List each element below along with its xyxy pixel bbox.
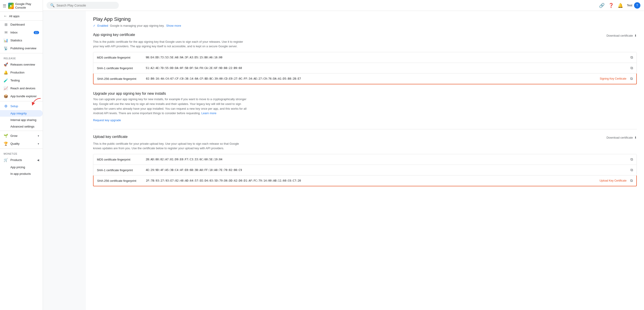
- sidebar-item-setup[interactable]: ⚙ Setup: [0, 102, 43, 110]
- upload-md5-row: MD5 certificate fingerprint 2B:AD:88:02:…: [93, 154, 636, 165]
- upload-key-section: Upload key certificate Download certific…: [93, 135, 637, 186]
- section-divider: [93, 129, 637, 129]
- search-input[interactable]: [56, 4, 115, 7]
- help-icon[interactable]: ❓: [608, 3, 614, 8]
- upload-sha256-label: SHA-256 certificate fingerprint: [97, 179, 142, 182]
- bundle-label: App bundle explorer: [10, 95, 36, 98]
- products-expand-icon: ◀: [37, 159, 39, 162]
- show-more-link[interactable]: Show more: [166, 24, 181, 27]
- signing-md5-label: MD5 certificate fingerprint: [97, 56, 142, 59]
- grow-label: Grow: [10, 134, 18, 137]
- signing-sha256-row: SHA-256 certificate fingerprint 02:B0:16…: [93, 74, 637, 84]
- page-title: Play App Signing: [93, 16, 637, 22]
- sidebar-item-in-app-products[interactable]: In-app products: [0, 170, 43, 177]
- learn-more-link[interactable]: Learn more: [202, 112, 216, 115]
- signing-sha1-copy-icon[interactable]: ⧉: [630, 66, 633, 70]
- sidebar-item-grow[interactable]: 🌱 Grow ▾: [0, 132, 43, 140]
- upgrade-desc: You can upgrade your app signing key for…: [93, 97, 247, 116]
- statistics-icon: 📊: [4, 38, 8, 43]
- back-arrow-icon: ←: [4, 14, 7, 18]
- download-signing-cert-icon: ⬇: [634, 34, 637, 37]
- app-pricing-label: App pricing: [10, 166, 25, 169]
- download-upload-cert-icon: ⬇: [634, 136, 637, 139]
- bundle-icon: 📦: [4, 94, 8, 98]
- signing-sha256-copy-icon[interactable]: ⧉: [630, 77, 633, 81]
- dashboard-icon: ⊞: [4, 22, 8, 27]
- main-content: Play App Signing ✓ Enabled Google is man…: [86, 11, 644, 310]
- sidebar: ☰ ▶ Google Play Console ← All apps ⊞ Das…: [0, 0, 43, 310]
- sidebar-item-internal-sharing[interactable]: Internal app sharing: [0, 117, 43, 123]
- sidebar-item-app-integrity[interactable]: App integrity: [0, 110, 43, 117]
- sidebar-header: ☰ ▶ Google Play Console: [0, 0, 43, 12]
- reach-label: Reach and devices: [10, 87, 36, 90]
- upload-sha256-row: SHA-256 certificate fingerprint 2F:7B:93…: [93, 175, 637, 186]
- sidebar-item-advanced-settings[interactable]: Advanced settings: [0, 123, 43, 130]
- upload-sha1-copy-icon[interactable]: ⧉: [630, 168, 633, 172]
- upload-cert-title: Upload key certificate: [93, 135, 128, 139]
- download-upload-cert-button[interactable]: Download certificate ⬇: [606, 136, 637, 139]
- upload-sha1-label: SHA-1 certificate fingerprint: [97, 168, 142, 172]
- internal-sharing-label: Internal app sharing: [10, 118, 36, 122]
- sidebar-item-publishing[interactable]: 📡 Publishing overview: [0, 44, 43, 52]
- upload-sha256-value: 2F:7B:93:27:93:E7:82:48:AD:64:57:EE:D4:0…: [146, 179, 596, 182]
- sidebar-item-products[interactable]: 🛒 Products ◀: [0, 156, 43, 164]
- signing-md5-copy-icon[interactable]: ⧉: [630, 55, 633, 60]
- advanced-settings-label: Advanced settings: [10, 125, 34, 128]
- in-app-products-label: In-app products: [10, 172, 31, 175]
- signing-cert-title: App signing key certificate: [93, 33, 135, 37]
- testing-label: Testing: [10, 79, 20, 82]
- signing-sha1-row: SHA-1 certificate fingerprint 51:A2:4E:7…: [93, 63, 636, 73]
- sidebar-item-production[interactable]: 🔔 Production: [0, 69, 43, 76]
- upload-cert-header: Upload key certificate Download certific…: [93, 135, 637, 140]
- link-icon[interactable]: 🔗: [599, 3, 605, 8]
- upgrade-title: Upgrade your app signing key for new ins…: [93, 92, 637, 96]
- download-upload-cert-label: Download certificate: [606, 136, 633, 139]
- upload-sha1-row: SHA-1 certificate fingerprint 4E:29:9D:4…: [93, 165, 636, 175]
- status-enabled: Enabled: [97, 24, 108, 27]
- signing-md5-row: MD5 certificate fingerprint 9B:E4:DD:73:…: [93, 52, 636, 63]
- upload-key-tag: Upload Key Certificate: [600, 179, 626, 182]
- quality-icon: 🏆: [4, 142, 8, 146]
- sidebar-item-app-pricing[interactable]: App pricing: [0, 164, 43, 170]
- setup-icon: ⚙: [4, 104, 8, 108]
- status-desc: Google is managing your app signing key.: [110, 24, 164, 27]
- setup-label: Setup: [10, 105, 18, 108]
- signing-sha256-label: SHA-256 certificate fingerprint: [97, 77, 142, 81]
- release-section-label: Release: [0, 54, 43, 61]
- download-signing-cert-label: Download certificate: [606, 34, 633, 37]
- sidebar-item-dashboard[interactable]: ⊞ Dashboard: [0, 21, 43, 29]
- statistics-label: Statistics: [10, 39, 22, 42]
- upload-cert-desc: This is the public certificate for your …: [93, 142, 247, 150]
- upload-sha1-value: 4E:29:9D:4F:A5:3B:C4:4F:E0:6B:3B:A8:FF:1…: [146, 168, 627, 172]
- upload-fingerprint-group: MD5 certificate fingerprint 2B:AD:88:02:…: [93, 154, 637, 175]
- upload-md5-value: 2B:AD:88:02:A7:81:D9:E0:F7:C3:33:6C:60:5…: [146, 158, 627, 161]
- upload-md5-label: MD5 certificate fingerprint: [97, 158, 142, 161]
- monetize-section-label: Monetize: [0, 150, 43, 156]
- search-bar[interactable]: 🔍: [46, 2, 119, 9]
- sidebar-item-reach[interactable]: 📈 Reach and devices: [0, 84, 43, 92]
- grow-expand-icon: ▾: [38, 134, 39, 137]
- request-upgrade-link[interactable]: Request key upgrade: [93, 119, 637, 122]
- menu-icon[interactable]: ☰: [3, 4, 6, 8]
- user-menu[interactable]: Test T: [627, 2, 640, 9]
- upload-md5-copy-icon[interactable]: ⧉: [630, 157, 633, 161]
- signing-sha256-value: 02:B0:16:4A:C4:67:CF:C0:38:14:0A:CF:BD:B…: [146, 77, 596, 80]
- sidebar-item-statistics[interactable]: 📊 Statistics: [0, 36, 43, 44]
- publishing-label: Publishing overview: [10, 47, 36, 50]
- notifications-icon[interactable]: 🔔: [618, 3, 623, 8]
- upgrade-section: Upgrade your app signing key for new ins…: [93, 92, 637, 122]
- signing-md5-value: 9B:E4:DD:73:53:5E:A8:9A:3F:A3:D5:15:B8:A…: [146, 56, 627, 59]
- sidebar-item-quality[interactable]: 🏆 Quality ▾: [0, 140, 43, 148]
- sidebar-item-releases[interactable]: 🚀 Releases overview: [0, 61, 43, 69]
- testing-icon: 🧪: [4, 78, 8, 83]
- all-apps-button[interactable]: ← All apps: [0, 12, 43, 21]
- upload-sha256-copy-icon[interactable]: ⧉: [630, 179, 633, 183]
- all-apps-label: All apps: [9, 15, 20, 18]
- signing-fingerprint-group: MD5 certificate fingerprint 9B:E4:DD:73:…: [93, 52, 637, 74]
- avatar: T: [634, 2, 640, 9]
- sidebar-item-inbox[interactable]: ✉ Inbox 11: [0, 29, 43, 36]
- sidebar-item-bundle[interactable]: 📦 App bundle explorer: [0, 92, 43, 100]
- check-icon: ✓: [93, 24, 96, 27]
- sidebar-item-testing[interactable]: 🧪 Testing: [0, 76, 43, 84]
- download-signing-cert-button[interactable]: Download certificate ⬇: [606, 34, 637, 37]
